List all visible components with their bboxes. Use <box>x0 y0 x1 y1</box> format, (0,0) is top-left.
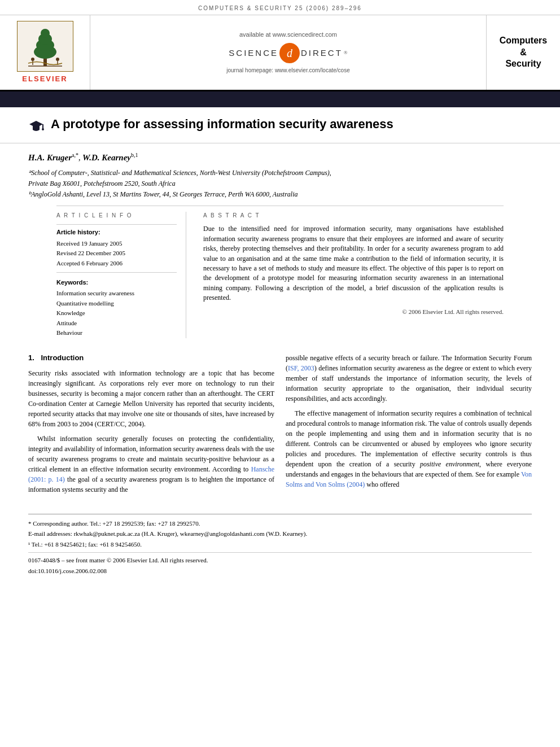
keyword3: Knowledge <box>56 309 177 317</box>
author1-sup: a,* <box>72 152 78 158</box>
revised-date: Revised 22 December 2005 <box>56 249 177 257</box>
available-text: available at www.sciencedirect.com <box>239 30 337 39</box>
journal-top-bar: COMPUTERS & SECURITY 25 (2006) 289–296 <box>0 0 560 15</box>
copyright: © 2006 Elsevier Ltd. All rights reserved… <box>203 308 504 316</box>
elsevier-tree-icon <box>17 21 73 72</box>
svg-point-5 <box>41 29 50 38</box>
affiliation1: ᵃSchool of Computer-, Statistical- and M… <box>28 168 532 178</box>
elsevier-logo: ELSEVIER <box>17 21 73 84</box>
sd-circle-icon: d <box>279 43 300 63</box>
authors-section: H.A. Krugera,*, W.D. Kearneyb,1 ᵃSchool … <box>0 143 560 206</box>
keyword2: Quantitative modelling <box>56 299 177 308</box>
footer-doi: doi:10.1016/j.cose.2006.02.008 <box>28 567 532 575</box>
sciencedirect-logo: SCIENCE d DIRECT ® <box>229 43 347 63</box>
article-info-col: A R T I C L E I N F O Article history: R… <box>56 212 186 338</box>
body-two-col: 1. Introduction Security risks associate… <box>28 353 532 499</box>
svg-point-9 <box>56 58 59 61</box>
accepted-date: Accepted 6 February 2006 <box>56 259 177 268</box>
journal-title-section: Computers & Security <box>487 15 560 90</box>
article-info-abstract: A R T I C L E I N F O Article history: R… <box>56 206 504 344</box>
footer-section: * Corresponding author. Tel.: +27 18 299… <box>28 514 532 576</box>
footer-issn: 0167-4048/$ – see front matter © 2006 El… <box>28 556 532 565</box>
science-text: SCIENCE <box>229 47 278 59</box>
author1-name: H.A. Kruger <box>28 153 72 162</box>
body-right-col: possible negative effects of a security … <box>286 353 532 499</box>
direct-text: DIRECT <box>301 47 343 59</box>
keyword1: Information security awareness <box>56 289 177 298</box>
affiliation2: ᵇAngloGold Ashanti, Level 13, St Martins… <box>28 190 532 199</box>
abstract-header: A B S T R A C T <box>203 212 504 220</box>
author2-name: W.D. Kearney <box>82 153 131 162</box>
abstract-col: A B S T R A C T Due to the intensified n… <box>198 212 504 338</box>
sciencedirect-section: available at www.sciencedirect.com SCIEN… <box>90 15 487 90</box>
keyword4: Attitude <box>56 319 177 327</box>
author2-sup: b,1 <box>131 152 138 158</box>
section1-para2: Whilst information security generally fo… <box>28 434 274 495</box>
section1-title: 1. Introduction <box>28 353 274 363</box>
elsevier-label: ELSEVIER <box>22 74 67 84</box>
footer-num1-note: ¹ Tel.: +61 8 94254621; fax: +61 8 94254… <box>28 540 532 549</box>
section1-right-para2: The effective management of information … <box>286 408 532 490</box>
authors-line: H.A. Krugera,*, W.D. Kearneyb,1 <box>28 151 532 164</box>
article-title: A prototype for assessing information se… <box>51 116 393 133</box>
svg-point-13 <box>42 128 44 130</box>
section1-right-para1: possible negative effects of a security … <box>286 353 532 404</box>
journal-header: ELSEVIER available at www.sciencedirect.… <box>0 15 560 91</box>
abstract-text: Due to the intensified need for improved… <box>203 224 504 303</box>
registered-mark: ® <box>344 49 348 56</box>
footer-email-note: E-mail addresses: rkwhak@puknet.puk.ac.z… <box>28 529 532 539</box>
history-label: Article history: <box>56 228 177 237</box>
dark-banner <box>0 91 560 107</box>
journal-title: Computers & Security <box>500 35 547 70</box>
keywords-label: Keywords: <box>56 278 177 287</box>
svg-point-7 <box>31 58 34 61</box>
article-type-icon <box>28 119 44 137</box>
elsevier-logo-section: ELSEVIER <box>0 15 90 90</box>
journal-homepage: journal homepage: www.elsevier.com/locat… <box>226 67 349 75</box>
article-title-section: A prototype for assessing information se… <box>0 107 560 143</box>
article-info-header: A R T I C L E I N F O <box>56 212 177 220</box>
body-content: 1. Introduction Security risks associate… <box>0 344 560 508</box>
keyword5: Behaviour <box>56 329 177 337</box>
body-left-col: 1. Introduction Security risks associate… <box>28 353 274 499</box>
affiliation1b: Private Bag X6001, Potchefstroom 2520, S… <box>28 179 532 189</box>
footer-star-note: * Corresponding author. Tel.: +27 18 299… <box>28 519 532 528</box>
received-date: Received 19 January 2005 <box>56 239 177 248</box>
section1-para1: Security risks associated with informati… <box>28 368 274 429</box>
